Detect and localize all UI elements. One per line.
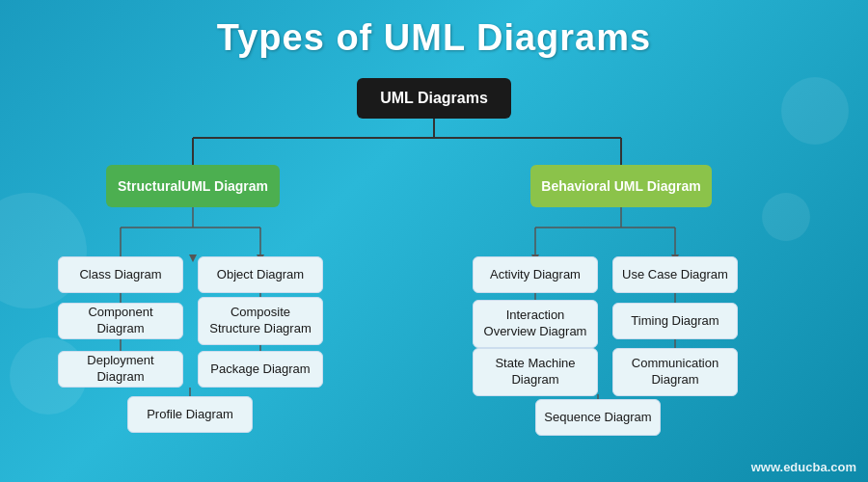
node-communication-diagram: Communication Diagram bbox=[612, 348, 738, 396]
node-component-diagram: Component Diagram bbox=[58, 303, 183, 339]
node-usecase-diagram: Use Case Diagram bbox=[612, 256, 738, 293]
node-activity-diagram: Activity Diagram bbox=[473, 256, 598, 293]
svg-marker-25 bbox=[189, 254, 197, 262]
node-structural: StructuralUML Diagram bbox=[106, 165, 280, 207]
node-interaction-diagram: Interaction Overview Diagram bbox=[473, 300, 598, 348]
node-statemachine-diagram: State Machine Diagram bbox=[473, 348, 598, 396]
node-deployment-diagram: Deployment Diagram bbox=[58, 351, 183, 388]
node-package-diagram: Package Diagram bbox=[198, 351, 323, 388]
node-object-diagram: Object Diagram bbox=[198, 256, 323, 293]
node-composite-diagram: Composite Structure Diagram bbox=[198, 297, 323, 345]
node-sequence-diagram: Sequence Diagram bbox=[535, 399, 661, 436]
node-root: UML Diagrams bbox=[357, 78, 511, 119]
page-title: Types of UML Diagrams bbox=[0, 0, 868, 68]
watermark: www.educba.com bbox=[751, 460, 856, 474]
node-profile-diagram: Profile Diagram bbox=[127, 396, 253, 433]
node-timing-diagram: Timing Diagram bbox=[612, 303, 738, 339]
node-behavioral: Behavioral UML Diagram bbox=[530, 165, 712, 207]
node-class-diagram: Class Diagram bbox=[58, 256, 183, 293]
diagram-container: UML Diagrams StructuralUML Diagram Behav… bbox=[19, 68, 849, 425]
